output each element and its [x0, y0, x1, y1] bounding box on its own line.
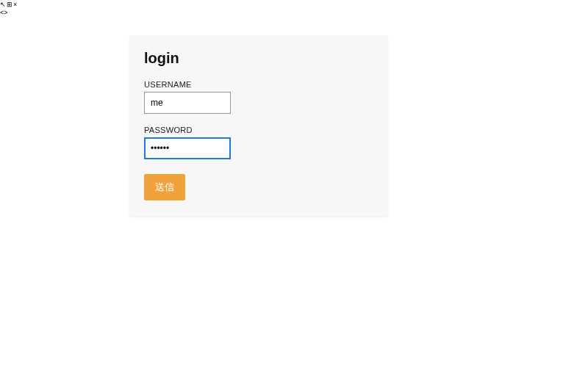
panel-title: login: [144, 50, 373, 67]
password-label: PASSWORD: [144, 126, 373, 134]
username-group: USERNAME: [144, 80, 373, 114]
close-icon[interactable]: ×: [13, 1, 17, 8]
toolbar-row-2: <>: [0, 10, 17, 16]
dev-toolbar: ↖ ⊞ × <>: [0, 1, 17, 16]
toolbar-row-1: ↖ ⊞ ×: [0, 1, 17, 8]
login-panel: login USERNAME PASSWORD 送信: [129, 35, 388, 217]
username-label: USERNAME: [144, 80, 373, 89]
submit-button[interactable]: 送信: [144, 174, 185, 200]
pointer-icon[interactable]: ↖: [0, 1, 6, 8]
password-input[interactable]: [144, 137, 231, 159]
username-input[interactable]: [144, 92, 231, 114]
code-icon[interactable]: <>: [0, 10, 8, 16]
grid-icon[interactable]: ⊞: [7, 1, 12, 8]
password-group: PASSWORD: [144, 126, 373, 159]
